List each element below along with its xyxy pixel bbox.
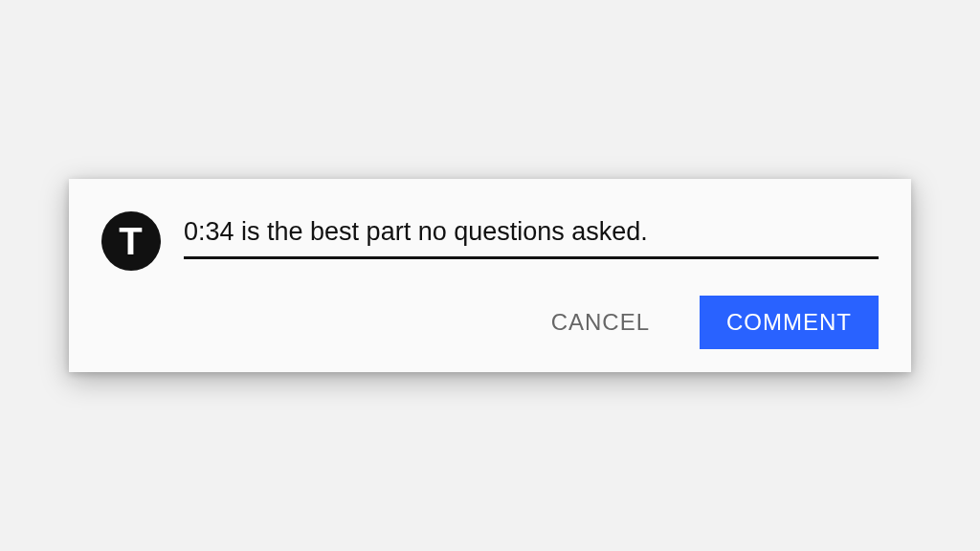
compose-row: T bbox=[101, 211, 879, 271]
comment-input[interactable] bbox=[184, 217, 879, 259]
comment-input-wrap bbox=[184, 211, 879, 259]
cancel-button[interactable]: Cancel bbox=[524, 296, 677, 349]
action-row: Cancel Comment bbox=[101, 296, 879, 349]
avatar-initial: T bbox=[119, 220, 143, 263]
comment-compose-box: T Cancel Comment bbox=[69, 179, 911, 372]
avatar[interactable]: T bbox=[101, 211, 161, 271]
comment-submit-button[interactable]: Comment bbox=[700, 296, 879, 349]
